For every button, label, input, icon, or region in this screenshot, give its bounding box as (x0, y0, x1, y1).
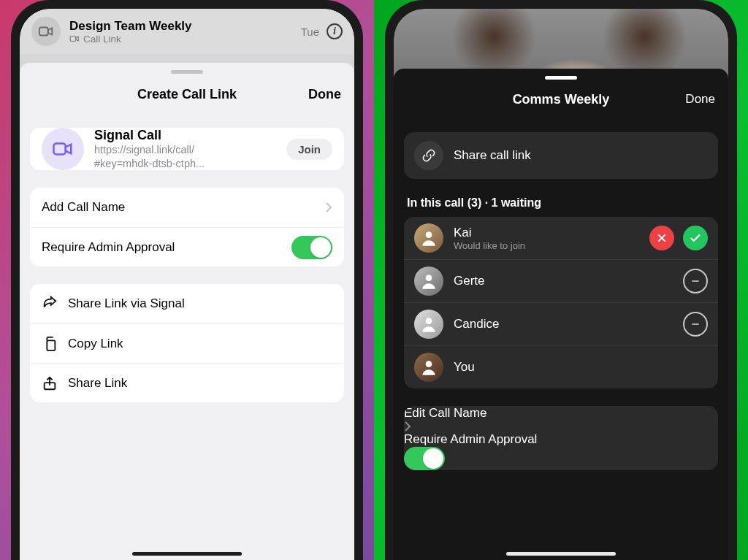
row-label: Edit Call Name (404, 406, 486, 420)
svg-rect-0 (39, 28, 48, 36)
share-link-row[interactable]: Share Link (30, 363, 344, 402)
participant-name: You (454, 360, 475, 375)
call-controls-sheet: Comms Weekly Done Share call link In thi… (394, 69, 728, 560)
share-via-signal-row[interactable]: Share Link via Signal (30, 284, 344, 323)
share-arrow-icon (42, 296, 58, 312)
remove-button[interactable] (683, 269, 708, 294)
row-label: Require Admin Approval (42, 240, 175, 255)
video-icon (69, 34, 80, 44)
require-admin-toggle[interactable] (404, 447, 445, 470)
chevron-right-icon (404, 421, 718, 432)
link-icon (414, 141, 443, 170)
remove-button[interactable] (683, 312, 708, 337)
participant-row: You (404, 345, 718, 388)
row-label: Copy Link (68, 337, 123, 351)
chat-subtitle: Call Link (83, 34, 121, 45)
participant-row: Gerte (404, 259, 718, 302)
done-button[interactable]: Done (685, 92, 715, 107)
chat-time: Tue (301, 26, 319, 38)
require-admin-row: Require Admin Approval (30, 227, 344, 266)
svg-rect-3 (47, 340, 55, 350)
in-this-call-header: In this call (3) · 1 waiting (407, 196, 715, 210)
require-admin-toggle[interactable] (291, 236, 332, 259)
avatar (414, 353, 443, 382)
avatar (414, 266, 443, 296)
avatar (414, 310, 443, 339)
participant-status: Would like to join (454, 240, 525, 251)
svg-rect-2 (54, 144, 66, 155)
done-button[interactable]: Done (308, 87, 341, 102)
participant-row: Kai Would like to join (404, 217, 718, 259)
share-icon (42, 375, 58, 391)
participants-list: Kai Would like to join (404, 217, 718, 388)
video-icon (42, 128, 84, 170)
join-button[interactable]: Join (286, 139, 332, 160)
require-admin-row: Require Admin Approval (404, 432, 718, 470)
home-indicator[interactable] (506, 552, 616, 556)
chevron-right-icon (325, 202, 332, 213)
add-call-name-row[interactable]: Add Call Name (30, 188, 344, 227)
video-icon (31, 17, 61, 46)
sheet-grabber[interactable] (545, 76, 577, 80)
row-label: Require Admin Approval (404, 432, 537, 446)
deny-button[interactable] (649, 226, 674, 250)
chat-list-row[interactable]: Design Team Weekly Call Link Tue i (20, 9, 354, 54)
avatar (414, 223, 443, 253)
chat-title: Design Team Weekly (69, 19, 192, 34)
participant-name: Gerte (454, 274, 485, 288)
home-indicator[interactable] (132, 552, 242, 556)
sheet-title: Create Call Link (137, 87, 237, 102)
edit-call-name-row[interactable]: Edit Call Name (404, 406, 718, 432)
signal-call-row[interactable]: Signal Call https://signal.link/call/ #k… (30, 128, 344, 170)
signal-call-title: Signal Call (94, 128, 205, 143)
svg-point-7 (426, 318, 432, 324)
row-label: Share Link (68, 376, 127, 391)
info-icon[interactable]: i (327, 23, 343, 39)
copy-icon (42, 336, 58, 352)
participant-name: Kai (454, 226, 525, 240)
row-label: Add Call Name (42, 200, 125, 215)
participant-name: Candice (454, 317, 499, 331)
signal-call-url: https://signal.link/call/ #key=mhdk-dtsb… (94, 143, 205, 169)
approve-button[interactable] (683, 226, 708, 250)
svg-point-6 (426, 275, 432, 281)
participant-row: Candice (404, 302, 718, 345)
sheet-grabber[interactable] (171, 70, 203, 74)
svg-rect-1 (70, 37, 76, 42)
sheet-title: Comms Weekly (513, 92, 610, 107)
svg-point-8 (426, 361, 432, 367)
create-call-link-sheet: Create Call Link Done Signal Call https (20, 63, 354, 560)
row-label: Share Link via Signal (68, 296, 185, 311)
row-label: Share call link (454, 148, 531, 163)
share-call-link-row[interactable]: Share call link (404, 132, 718, 179)
copy-link-row[interactable]: Copy Link (30, 323, 344, 363)
svg-point-5 (426, 231, 432, 238)
